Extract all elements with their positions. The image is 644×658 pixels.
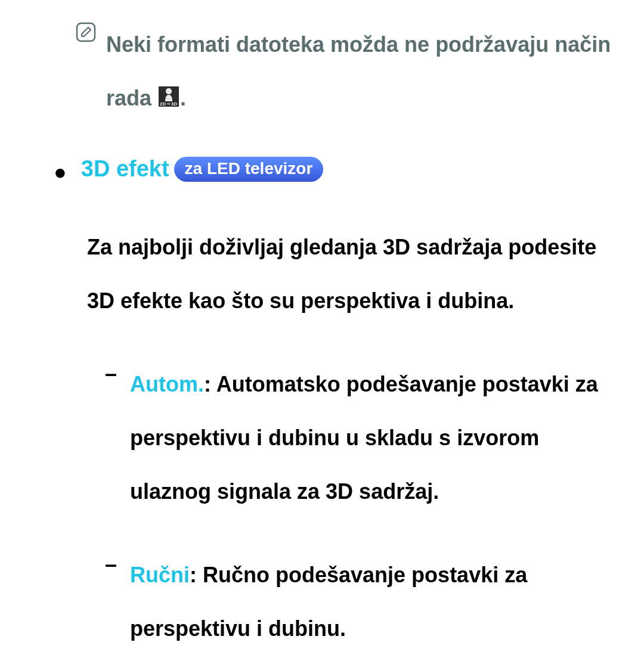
section-header: 3D efekt za LED televizor xyxy=(81,156,324,182)
sub-item-label: Ručni xyxy=(130,563,190,587)
dash-icon: – xyxy=(105,550,117,579)
svg-text:3D: 3D xyxy=(171,101,177,107)
note-block: Neki formati datoteka možda ne podržavaj… xyxy=(75,18,626,126)
sub-item-content: Ručni: Ručno podešavanje postavki za per… xyxy=(130,548,626,656)
sub-item-label: Autom. xyxy=(130,372,204,396)
2d-to-3d-icon: 2D3D xyxy=(159,73,179,126)
section-body: Za najbolji doživljaj gledanja 3D sadrža… xyxy=(87,221,626,328)
sub-item-content: Autom.: Automatsko podešavanje postavki … xyxy=(130,358,626,519)
dash-icon: – xyxy=(105,359,117,389)
sub-item-desc: : Ručno podešavanje postavki za perspekt… xyxy=(130,563,527,641)
bullet-dot: ● xyxy=(54,157,67,187)
note-text: Neki formati datoteka možda ne podržavaj… xyxy=(106,18,626,126)
svg-rect-0 xyxy=(77,23,95,41)
sub-list: – Autom.: Automatsko podešavanje postavk… xyxy=(105,358,626,656)
note-icon xyxy=(75,21,97,45)
section-3d-efekt: ● 3D efekt za LED televizor xyxy=(54,156,626,187)
svg-text:2D: 2D xyxy=(160,101,166,107)
note-text-after: . xyxy=(180,86,186,110)
sub-item-rucni: – Ručni: Ručno podešavanje postavki za p… xyxy=(105,548,626,656)
section-title: 3D efekt xyxy=(81,156,169,182)
led-tv-badge: za LED televizor xyxy=(174,157,324,182)
sub-item-autom: – Autom.: Automatsko podešavanje postavk… xyxy=(105,358,626,519)
